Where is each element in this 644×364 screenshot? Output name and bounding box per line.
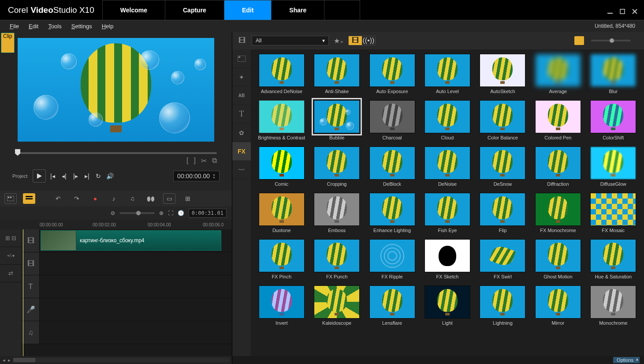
- side-path-button[interactable]: 〰: [232, 161, 251, 179]
- goto-start-button[interactable]: |◂: [48, 173, 56, 180]
- preview-timecode[interactable]: 00:00:00.00 ▲▼: [173, 171, 220, 181]
- side-graphics-button[interactable]: T: [232, 105, 251, 124]
- maximize-button[interactable]: [619, 8, 625, 15]
- fx-item[interactable]: Advanced DeNoise: [257, 54, 306, 94]
- swap-tracks-button[interactable]: ⇄: [0, 265, 22, 282]
- tab-welcome[interactable]: Welcome: [102, 0, 165, 20]
- zoom-in-button[interactable]: ⊕: [159, 210, 164, 216]
- fx-item[interactable]: Auto Level: [423, 54, 472, 94]
- tab-edit[interactable]: Edit: [224, 0, 272, 20]
- mark-in-icon[interactable]: [: [186, 157, 188, 165]
- fx-item[interactable]: Bubble: [312, 100, 361, 140]
- fx-item[interactable]: Blur: [589, 54, 638, 94]
- timeline-tracks[interactable]: 🎞 картинг-близко_сбоку.mp4 🎞 T 🎤 ♫: [22, 229, 232, 356]
- menu-tools[interactable]: Tools: [44, 22, 66, 31]
- redo-button[interactable]: ↷: [71, 193, 83, 204]
- video-track-icon[interactable]: 🎞: [22, 229, 40, 252]
- side-transitions-button[interactable]: ✦: [232, 68, 251, 86]
- fx-item[interactable]: Diffraction: [533, 146, 582, 187]
- side-filter-button[interactable]: ✿: [232, 124, 251, 142]
- project-duration[interactable]: 0:00:31.01: [189, 209, 227, 218]
- fx-item[interactable]: DeNoise: [423, 146, 472, 187]
- mark-out-icon[interactable]: ]: [194, 157, 196, 165]
- fx-item[interactable]: FX Swirl: [478, 239, 527, 279]
- loop-button[interactable]: ↻: [94, 173, 102, 180]
- tc-down[interactable]: ▼: [212, 176, 216, 179]
- fx-item[interactable]: DeSnow: [478, 146, 527, 187]
- fx-item[interactable]: Lensflare: [368, 285, 417, 326]
- undo-button[interactable]: ↶: [52, 193, 64, 204]
- play-button[interactable]: [33, 169, 46, 183]
- fx-item[interactable]: Invert: [257, 285, 306, 326]
- fx-item[interactable]: Brightness & Contrast: [257, 100, 306, 140]
- auto-music-button[interactable]: ♫: [126, 193, 138, 204]
- fx-item[interactable]: Auto Exposure: [368, 54, 417, 94]
- fx-item[interactable]: FX Punch: [312, 239, 361, 279]
- fx-item[interactable]: ColorShift: [589, 100, 638, 140]
- fx-item[interactable]: FX Pinch: [257, 239, 306, 279]
- zoom-slider[interactable]: [119, 212, 155, 214]
- thumbnail-size-slider[interactable]: [591, 40, 631, 41]
- multi-view-button[interactable]: ⊞: [182, 193, 194, 204]
- fx-item[interactable]: Ghost Motion: [533, 239, 582, 279]
- fx-item[interactable]: Hue & Saturation: [589, 239, 638, 279]
- effects-grid[interactable]: Advanced DeNoiseAnti-ShakeAuto ExposureA…: [251, 49, 644, 356]
- fit-project-button[interactable]: ⛶: [168, 210, 173, 216]
- fx-item[interactable]: Lightning: [478, 285, 527, 326]
- next-frame-button[interactable]: |▸: [71, 173, 79, 180]
- fx-item[interactable]: Charcoal: [368, 100, 417, 140]
- menu-settings[interactable]: Settings: [67, 22, 97, 31]
- split-icon[interactable]: ✂: [201, 157, 207, 165]
- fx-item[interactable]: FX Sketch: [423, 239, 472, 279]
- library-filter-dropdown[interactable]: All ▾: [252, 36, 329, 45]
- fx-item[interactable]: Mirror: [533, 285, 582, 326]
- fx-item[interactable]: DiffuseGlow: [589, 146, 638, 187]
- fx-item[interactable]: FX Monochrome: [533, 193, 582, 233]
- preview-canvas[interactable]: [18, 38, 214, 142]
- fx-item[interactable]: Cloud: [423, 100, 472, 140]
- fx-item[interactable]: Colored Pen: [533, 100, 582, 140]
- goto-end-button[interactable]: ▸|: [83, 173, 91, 180]
- track-options-button[interactable]: ⊞ ⊟: [0, 229, 22, 247]
- fx-item[interactable]: Comic: [257, 146, 306, 187]
- fx-item[interactable]: Flip: [478, 193, 527, 233]
- fx-item[interactable]: AutoSketch: [478, 54, 527, 94]
- side-fx-button[interactable]: FX: [232, 142, 251, 161]
- tc-up[interactable]: ▲: [212, 173, 216, 176]
- show-video-toggle[interactable]: 🎞: [349, 36, 362, 45]
- fx-item[interactable]: Emboss: [312, 193, 361, 233]
- add-favorite-button[interactable]: ★₊: [333, 36, 344, 45]
- fx-item[interactable]: Color Balance: [478, 100, 527, 140]
- fx-item[interactable]: DeBlock: [368, 146, 417, 187]
- timeline-ruler[interactable]: 00:00:00.00 00:00:02.00 00:00:04.00 00:0…: [0, 220, 232, 229]
- subtitle-editor-button[interactable]: ▭: [163, 193, 175, 204]
- track-motion-button[interactable]: ⬮⬮: [145, 193, 157, 204]
- options-button[interactable]: Options: [613, 357, 640, 363]
- menu-help[interactable]: Help: [97, 22, 118, 31]
- scrub-playhead[interactable]: [15, 149, 20, 156]
- fx-item[interactable]: Enhance Lighting: [368, 193, 417, 233]
- fx-item[interactable]: Fish Eye: [423, 193, 472, 233]
- side-title-button[interactable]: AB: [232, 86, 251, 105]
- fx-item[interactable]: Light: [423, 285, 472, 326]
- record-button[interactable]: ●: [89, 193, 101, 204]
- fx-item[interactable]: Average: [533, 54, 582, 94]
- menu-file[interactable]: File: [5, 22, 23, 31]
- timeline-view-button[interactable]: [23, 193, 35, 204]
- minimize-button[interactable]: [607, 8, 613, 15]
- zoom-out-button[interactable]: ⊖: [111, 210, 115, 216]
- close-button[interactable]: [632, 8, 638, 15]
- volume-button[interactable]: 🔊: [106, 173, 114, 180]
- upload-button[interactable]: [324, 0, 360, 20]
- tab-capture[interactable]: Capture: [165, 0, 224, 20]
- prev-frame-button[interactable]: ◂|: [60, 173, 68, 180]
- fx-item[interactable]: Duotone: [257, 193, 306, 233]
- add-remove-tracks[interactable]: +/-▾: [0, 247, 22, 265]
- tab-share[interactable]: Share: [272, 0, 324, 20]
- show-audio-toggle[interactable]: ((•)): [362, 36, 375, 45]
- preview-scrubber[interactable]: [ ] ✂ ⧉: [4, 144, 227, 168]
- gallery-icon[interactable]: 🎞: [237, 36, 247, 45]
- mode-project-label[interactable]: Project: [12, 173, 27, 179]
- side-media-button[interactable]: [232, 49, 251, 68]
- fx-item[interactable]: FX Ripple: [368, 239, 417, 279]
